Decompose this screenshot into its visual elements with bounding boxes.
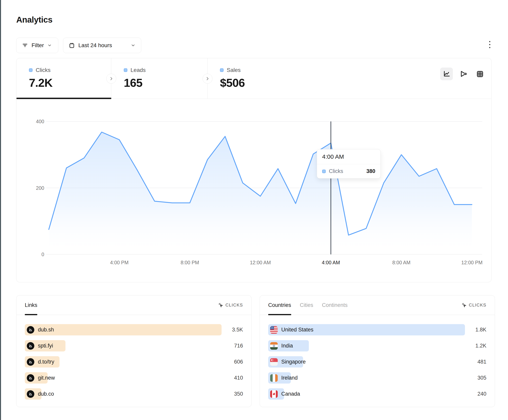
tab-label: Cities: [300, 302, 314, 308]
list-item[interactable]: United States1.8K: [268, 324, 486, 335]
row-label: dub.co: [38, 391, 54, 397]
page-title: Analytics: [16, 15, 52, 25]
tab-links-label: Links: [25, 302, 37, 308]
cursor-click-icon: [218, 302, 224, 308]
links-metric-toggle[interactable]: CLICKS: [218, 302, 243, 308]
tab-continents[interactable]: Continents: [322, 295, 348, 315]
stat-label: Clicks: [36, 67, 51, 73]
list-item[interactable]: spti.fyi716: [25, 340, 243, 351]
dub-favicon: [27, 390, 34, 398]
sales-legend-swatch: [220, 68, 224, 72]
geo-metric-toggle[interactable]: CLICKS: [461, 302, 486, 308]
stat-value: 165: [124, 76, 207, 89]
links-metric-label: CLICKS: [225, 303, 243, 308]
row-clicks-value: 716: [222, 343, 243, 349]
next-stat-button[interactable]: [106, 74, 116, 84]
list-item[interactable]: d.to/try606: [25, 356, 243, 368]
chevron-down-icon: [47, 43, 52, 48]
row-label: git.new: [38, 375, 55, 381]
filter-button[interactable]: Filter: [16, 38, 58, 53]
chart-canvas[interactable]: 0200400: [16, 111, 492, 268]
row-clicks-value: 3.5K: [222, 327, 243, 333]
list-item[interactable]: Singapore481: [268, 356, 486, 368]
cursor-click-icon: [461, 302, 467, 308]
window-edge-strip: [0, 0, 1, 420]
ireland-flag-icon: [270, 374, 278, 382]
list-item[interactable]: git.new410: [25, 372, 243, 384]
active-tab-underline: [16, 98, 111, 99]
grid-icon[interactable]: [473, 68, 486, 80]
date-range-label: Last 24 hours: [78, 42, 112, 49]
geo-tabs: CountriesCitiesContinents: [268, 295, 348, 315]
analytics-card: Clicks 7.2K Leads 165 Sales $506: [16, 58, 492, 282]
tab-clicks[interactable]: Clicks 7.2K: [16, 58, 111, 99]
y-axis-tick: 0: [41, 252, 44, 257]
geo-list: United States1.8KIndia1.2KSingapore481Ir…: [260, 315, 495, 400]
geo-panel: CountriesCitiesContinents CLICKS United …: [260, 295, 495, 407]
clicks-area-chart[interactable]: 0200400: [16, 111, 492, 268]
filter-lines-icon: [22, 42, 28, 48]
canada-flag-icon: [270, 390, 278, 398]
y-axis-tick: 400: [36, 119, 44, 124]
x-axis-tick: 8:00 PM: [180, 260, 199, 266]
row-label: dub.sh: [38, 327, 54, 333]
row-clicks-value: 481: [465, 359, 486, 365]
row-clicks-value: 410: [222, 375, 243, 381]
stats-tabs: Clicks 7.2K Leads 165 Sales $506: [16, 58, 491, 99]
list-item[interactable]: India1.2K: [268, 340, 486, 351]
dub-favicon: [27, 374, 34, 382]
tab-label: Countries: [268, 302, 291, 308]
chart-tooltip: 4:00 AM Clicks 380: [317, 149, 381, 179]
filter-button-label: Filter: [31, 42, 44, 49]
x-axis-tick: 4:00 AM: [322, 260, 340, 266]
tab-links[interactable]: Links: [25, 295, 37, 315]
x-axis-tick: 8:00 AM: [392, 260, 411, 266]
row-label: Canada: [281, 391, 300, 397]
stat-label: Sales: [227, 67, 241, 73]
list-item[interactable]: Ireland305: [268, 372, 486, 384]
tooltip-value: 380: [366, 168, 375, 174]
list-item[interactable]: dub.co350: [25, 388, 243, 400]
stat-value: 7.2K: [29, 76, 111, 89]
tab-leads[interactable]: Leads 165: [111, 58, 208, 99]
row-clicks-value: 1.8K: [465, 327, 486, 333]
tooltip-series-name: Clicks: [329, 168, 343, 174]
tooltip-time: 4:00 AM: [317, 149, 381, 164]
next-stat-button[interactable]: [202, 74, 212, 84]
area-fill: [49, 132, 472, 254]
list-item[interactable]: dub.sh3.5K: [25, 324, 243, 335]
links-list: dub.sh3.5Kspti.fyi716d.to/try606git.new4…: [16, 315, 251, 400]
list-item[interactable]: Canada240: [268, 388, 486, 400]
funnel-icon[interactable]: [457, 68, 470, 80]
tooltip-legend-swatch: [322, 170, 326, 173]
india-flag-icon: [270, 342, 278, 350]
value-bar: [25, 324, 222, 335]
dub-favicon: [27, 358, 34, 366]
dub-favicon: [27, 342, 34, 350]
row-clicks-value: 1.2K: [465, 343, 486, 349]
row-clicks-value: 240: [465, 391, 486, 397]
tab-countries[interactable]: Countries: [268, 295, 291, 315]
stat-label: Leads: [131, 67, 146, 73]
us-flag-icon: [270, 326, 278, 334]
y-axis-tick: 200: [36, 185, 44, 191]
chevron-right-icon: [109, 76, 113, 81]
row-label: India: [281, 343, 293, 349]
tab-label: Continents: [322, 302, 348, 308]
dub-favicon: [27, 326, 34, 334]
geo-metric-label: CLICKS: [469, 303, 486, 308]
row-clicks-value: 606: [222, 359, 243, 365]
x-axis-tick: 4:00 PM: [110, 260, 128, 266]
row-label: United States: [281, 327, 314, 333]
kebab-menu-icon[interactable]: [484, 39, 495, 50]
x-axis-tick: 12:00 PM: [461, 260, 482, 266]
row-clicks-value: 305: [465, 375, 486, 381]
x-axis-labels: 4:00 PM8:00 PM12:00 AM4:00 AM8:00 AM12:0…: [16, 260, 492, 268]
date-range-button[interactable]: Last 24 hours: [63, 38, 141, 53]
row-label: Singapore: [281, 359, 306, 365]
leads-legend-swatch: [124, 68, 127, 72]
tab-cities[interactable]: Cities: [300, 295, 314, 315]
calendar-icon: [69, 42, 75, 48]
line-chart-icon[interactable]: [440, 68, 453, 80]
clicks-legend-swatch: [29, 68, 32, 72]
